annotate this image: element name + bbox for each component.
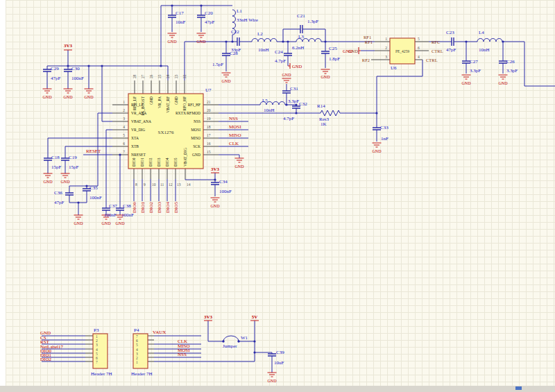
u7-pin-num: 21 — [207, 100, 211, 104]
u7-pin-name: VBAT_DIG — [183, 148, 187, 167]
ind-ref: L4 — [479, 30, 484, 35]
u7-pin-num: 18 — [207, 125, 211, 129]
jumper-label: Jumper — [223, 343, 237, 349]
u7-pin-name: NSS — [194, 119, 200, 123]
cap-ref: C31 — [290, 86, 298, 92]
power-3v3: 3V3 — [64, 43, 73, 49]
u7-pin-name: RXTX/RFMOD — [176, 111, 200, 115]
gnd-label: GND — [116, 221, 126, 225]
cap-value: 1.5pF — [212, 62, 223, 67]
gnd-label: GND — [168, 40, 178, 44]
jumper-ref: W1 — [241, 335, 248, 341]
p4-net-label-vaux: VAUX — [153, 330, 166, 335]
ind-ref: L2 — [257, 31, 263, 37]
p3-pin-num: 3 — [96, 343, 98, 347]
scroll-marker[interactable] — [515, 386, 522, 390]
u7-pin-name: DIO2 — [148, 157, 153, 167]
cap-ref: C35 — [89, 185, 98, 191]
cap-ref: C23 — [446, 30, 454, 35]
u7-pin-name: VR_DIG — [131, 128, 145, 132]
cap-ref: C27 — [470, 59, 478, 65]
gnd-label: GND — [235, 164, 245, 169]
cap-value: 47pF — [54, 200, 65, 205]
u7-pin-num: 13 — [177, 182, 181, 187]
gnd-label: GND — [197, 40, 207, 44]
ind-ref: L1 — [237, 8, 242, 14]
u7-pin-num: 3 — [123, 117, 125, 121]
net-label-dio0: DIO0 — [132, 202, 137, 213]
cap-ref: C29 — [51, 66, 59, 71]
cap-ref: C19 — [69, 155, 77, 160]
cap-ref: C30 — [71, 66, 80, 71]
cap-value: 47pF — [205, 19, 215, 25]
u7-pin-name: VBAT_ANA — [131, 119, 151, 123]
u7-pin-name: RFO_HF — [182, 96, 187, 110]
u6-pin-num: 6 — [418, 46, 420, 50]
gnd-label: GND — [64, 95, 74, 99]
power-3v3: 3V3 — [204, 314, 213, 320]
p4-pin-num: 5 — [136, 343, 138, 347]
cap-value: 10nF — [176, 19, 186, 25]
cap-value: 3.3pF — [288, 99, 299, 104]
cap-ref: C32 — [299, 101, 307, 107]
res-value: 1K — [321, 121, 327, 127]
cap-ref: C37 — [109, 203, 117, 209]
u7-pin-num: 10 — [152, 182, 156, 187]
u7-pin-num: 1 — [123, 100, 125, 104]
cap-value: 47pF — [51, 76, 61, 81]
power-3v3: 3V3 — [211, 167, 220, 172]
cap-ref: C18 — [51, 155, 60, 160]
u6-pin-num: 3 — [385, 55, 387, 59]
gnd-label: GND — [102, 221, 112, 225]
u6-pin-name: RF2 — [362, 58, 370, 62]
gnd-label: GND — [211, 204, 221, 208]
schematic-canvas[interactable]: U7 SX1276 1 2 3 4 5 6 7 RFI_LF VR_ANA VB… — [0, 0, 555, 392]
u7-pin-name: DIO4 — [165, 157, 169, 167]
cap-ref: C20 — [205, 10, 213, 16]
net-label-mosi: MOSI — [229, 124, 241, 130]
cap-ref: C36 — [54, 190, 62, 196]
gnd-label: GND — [373, 149, 382, 153]
cap-value: 100nF — [89, 195, 102, 201]
gnd-label: GND — [85, 95, 94, 99]
u7-pin-num: 16 — [207, 142, 211, 146]
u7-pin-num: 20 — [207, 108, 211, 112]
cap-value: 100nF — [71, 76, 84, 81]
cap-ref: C33 — [380, 125, 388, 130]
gnd-label: GND — [43, 95, 53, 99]
u7-pin-name: GND — [192, 153, 200, 157]
u7-pin-num: 5 — [123, 133, 125, 137]
u7-pin-num: 19 — [207, 117, 211, 121]
cap-value: 10uF — [274, 360, 284, 366]
pin-stubs — [85, 42, 429, 361]
net-label-dio4: DIO4 — [165, 202, 171, 213]
cap-value: 1nF — [381, 136, 388, 142]
gnd-port-label: GND — [343, 49, 352, 53]
u7-pin-name: GND — [149, 96, 153, 105]
gnd-label: GND — [61, 180, 71, 184]
ind-value: 10nH — [264, 108, 275, 113]
cap-value: 3.3pF — [470, 68, 481, 74]
ind-value: 10nH — [258, 47, 269, 53]
u7-pin-name: MOSI — [191, 128, 200, 132]
p3-refdes: P3 — [94, 327, 99, 333]
u7-refdes: U7 — [205, 87, 212, 93]
gnd-label: GND — [499, 81, 509, 85]
p4-type: Header 7H — [131, 371, 153, 377]
capacitor-plates — [43, 15, 507, 356]
u7-pin-name: XTB — [131, 144, 139, 148]
cap-value: 4.7pF — [283, 116, 294, 121]
u7-pin-name: MISO — [191, 136, 200, 140]
p3-pin-num: 7 — [96, 360, 98, 364]
net-label-clk: CLK — [229, 141, 239, 146]
u6-pin-num: 1 — [385, 37, 387, 41]
ind-ref: L3 — [298, 34, 304, 40]
gnd-label: GND — [222, 79, 232, 83]
u7-pin-name: DIO1 — [140, 157, 144, 167]
u7-part-label: SX1276 — [158, 130, 174, 135]
u7-pin-num: 2 — [123, 108, 125, 112]
u7-pin-num: 27 — [141, 74, 145, 78]
u7-pin-num: 22 — [182, 74, 187, 78]
p3-net-label: DIO2 — [40, 357, 51, 362]
cap-value: 3.3pF — [506, 68, 518, 74]
